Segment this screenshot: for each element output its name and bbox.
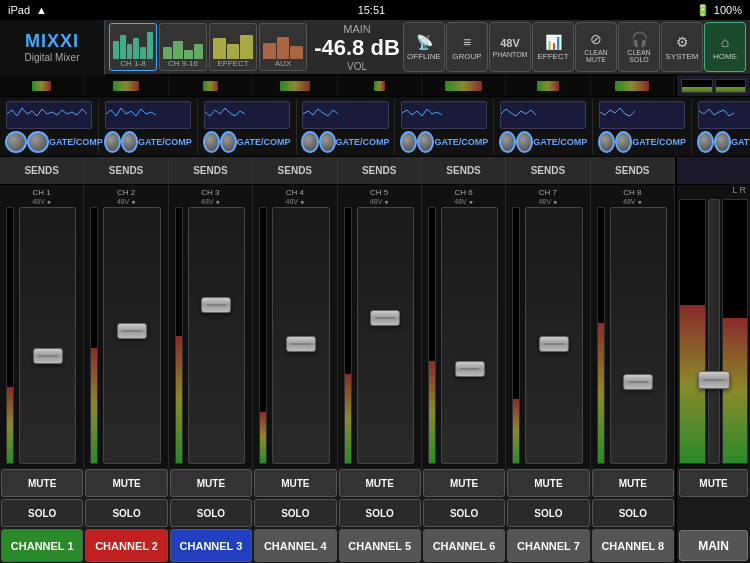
waveform-svg [106, 102, 190, 128]
nav-phantom[interactable]: 48V PHANTOM [489, 22, 531, 72]
nav-system[interactable]: ⚙ SYSTEM [661, 22, 703, 72]
fader-track-7[interactable] [525, 207, 582, 464]
gc-knob[interactable] [121, 131, 138, 153]
solo-btn-1[interactable]: SOLO [1, 499, 83, 527]
level-meter-2 [90, 207, 98, 464]
nav-group[interactable]: ≡ GROUP [446, 22, 488, 72]
gc-knob[interactable] [400, 131, 417, 153]
fader-thumb-2[interactable] [117, 323, 147, 339]
nav-clean-solo[interactable]: 🎧 CLEANSOLO [618, 22, 660, 72]
nav-label: CLEANSOLO [627, 49, 650, 63]
nav-clean-mute[interactable]: ⊘ CLEANMUTE [575, 22, 617, 72]
fader-track-8[interactable] [610, 207, 667, 464]
gc-knob-1[interactable] [5, 131, 27, 153]
gc-knob[interactable] [417, 131, 434, 153]
fader-track-3[interactable] [188, 207, 245, 464]
thumb-ch1-8[interactable]: CH 1-8 [109, 23, 157, 71]
channel-name-btn-5[interactable]: CHANNEL 5 [339, 529, 421, 562]
logo-name: MIXXI [25, 31, 79, 52]
mute-btn-3[interactable]: MUTE [170, 469, 252, 497]
gc-knob[interactable] [516, 131, 533, 153]
mute-btn-7[interactable]: MUTE [507, 469, 589, 497]
send-label-8: SENDS [591, 157, 675, 184]
gc-knob[interactable] [499, 131, 516, 153]
gc-knob[interactable] [203, 131, 220, 153]
nav-home[interactable]: ⌂ HOME [704, 22, 746, 72]
level-meter-6 [428, 207, 436, 464]
phantom-icon: 48V [500, 37, 520, 49]
solo-btn-8[interactable]: SOLO [592, 499, 674, 527]
solo-btn-2[interactable]: SOLO [85, 499, 167, 527]
mute-btn-4[interactable]: MUTE [254, 469, 336, 497]
fader-container-5 [339, 205, 420, 466]
channel-name-btn-6[interactable]: CHANNEL 6 [423, 529, 505, 562]
gc-knob-2[interactable] [27, 131, 49, 153]
fader-track-2[interactable] [103, 207, 160, 464]
fader-track-1[interactable] [19, 207, 76, 464]
gc-knob[interactable] [598, 131, 615, 153]
gc-knob[interactable] [301, 131, 318, 153]
gc-knob[interactable] [697, 131, 714, 153]
fader-thumb-7[interactable] [539, 336, 569, 352]
channel-name-btn-1[interactable]: CHANNEL 1 [1, 529, 83, 562]
fader-thumb-1[interactable] [33, 348, 63, 364]
channel-strip-5: CH 5 48V ● [338, 185, 422, 468]
gc-knob[interactable] [104, 131, 121, 153]
solo-btn-6[interactable]: SOLO [423, 499, 505, 527]
thumb-aux[interactable]: AUX [259, 23, 307, 71]
gc-label: GATE/COMP [731, 137, 750, 147]
lr-meter-r [715, 79, 747, 93]
mute-btn-5[interactable]: MUTE [339, 469, 421, 497]
fader-thumb-3[interactable] [201, 297, 231, 313]
meter-fill [260, 412, 266, 463]
channel-name-btn-3[interactable]: CHANNEL 3 [170, 529, 252, 562]
channel-strip-7: CH 7 48V ● [506, 185, 590, 468]
fader-thumb-4[interactable] [286, 336, 316, 352]
gc-strip-8: GATE/COMP [692, 99, 750, 155]
thumb-effect[interactable]: EFFECT [209, 23, 257, 71]
thumb-bar [290, 46, 303, 60]
nav-offline[interactable]: 📡 OFFLINE [403, 22, 445, 72]
fader-track-4[interactable] [272, 207, 329, 464]
channel-name-btn-8[interactable]: CHANNEL 8 [592, 529, 674, 562]
mute-btn-6[interactable]: MUTE [423, 469, 505, 497]
mute-btn-8[interactable]: MUTE [592, 469, 674, 497]
gc-knob[interactable] [220, 131, 237, 153]
solo-btn-3[interactable]: SOLO [170, 499, 252, 527]
gc-knob[interactable] [319, 131, 336, 153]
main-btn[interactable]: MAIN [679, 530, 748, 561]
channel-name-btn-4[interactable]: CHANNEL 4 [254, 529, 336, 562]
fader-container-4 [254, 205, 335, 466]
gc-knob-row: GATE/COMP [104, 131, 192, 153]
solo-btn-4[interactable]: SOLO [254, 499, 336, 527]
ch-48v-6: 48V ● [423, 198, 504, 205]
gc-knob[interactable] [714, 131, 731, 153]
gc-strip-4: GATE/COMP [297, 99, 396, 155]
fader-thumb-5[interactable] [370, 310, 400, 326]
solo-btn-7[interactable]: SOLO [507, 499, 589, 527]
fader-track-6[interactable] [441, 207, 498, 464]
mute-btn-2[interactable]: MUTE [85, 469, 167, 497]
nav-label: PHANTOM [493, 51, 528, 58]
send-label-5: SENDS [338, 157, 422, 184]
ch-48v-1: 48V ● [1, 198, 82, 205]
thumb-ch9-16[interactable]: CH 9-16 [159, 23, 207, 71]
lr-fader-thumb[interactable] [698, 371, 730, 389]
lr-fader-track[interactable] [708, 199, 720, 464]
nav-effect[interactable]: 📊 EFFECT [532, 22, 574, 72]
mute-btn-1[interactable]: MUTE [1, 469, 83, 497]
channel-name-btn-7[interactable]: CHANNEL 7 [507, 529, 589, 562]
meter-bar [615, 81, 649, 91]
gc-knob[interactable] [615, 131, 632, 153]
fader-thumb-6[interactable] [455, 361, 485, 377]
thumb-label: EFFECT [217, 59, 248, 68]
thumb-bar [120, 35, 126, 59]
fader-thumb-8[interactable] [623, 374, 653, 390]
meter-fill [7, 387, 13, 464]
solo-btn-5[interactable]: SOLO [339, 499, 421, 527]
right-mute-btn[interactable]: MUTE [679, 469, 748, 497]
right-name-area: MAIN [675, 528, 750, 563]
fader-track-5[interactable] [357, 207, 414, 464]
gc-waveform [401, 101, 487, 129]
channel-name-btn-2[interactable]: CHANNEL 2 [85, 529, 167, 562]
